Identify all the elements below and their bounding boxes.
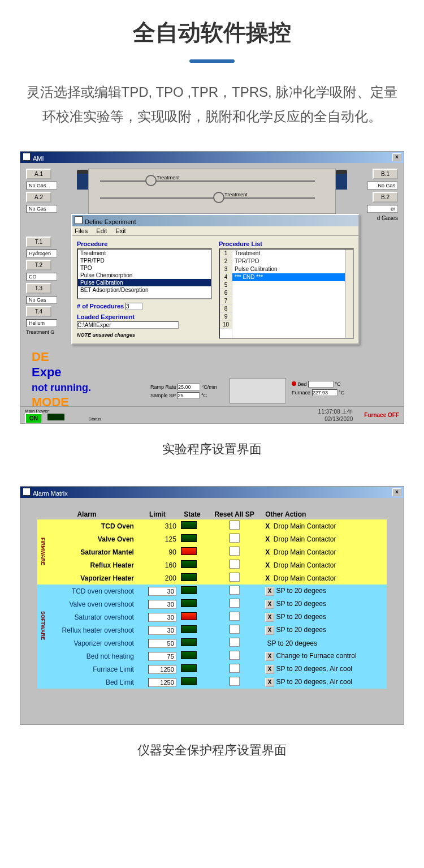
menu-files[interactable]: Files (75, 227, 88, 234)
proc-item[interactable]: TPO (78, 264, 211, 272)
gas-t4-button[interactable]: T.4 (26, 306, 51, 317)
alarm-limit-input[interactable] (148, 626, 176, 635)
reset-checkbox[interactable] (230, 599, 240, 608)
action-x-button[interactable]: X (265, 587, 274, 596)
software-alarm-row: Bed not heating X Change to Furnace cont… (37, 650, 387, 663)
gas-a2-button[interactable]: A.2 (26, 192, 51, 203)
reset-checkbox[interactable] (230, 664, 240, 673)
action-x-button[interactable]: X (265, 652, 274, 661)
proclist-item[interactable]: Treatment (232, 250, 345, 257)
proc-item[interactable]: Treatment (78, 250, 211, 257)
alarm-limit: 200 (136, 571, 179, 585)
loaded-exp-input[interactable] (77, 321, 179, 329)
row-num[interactable]: 5 (220, 281, 232, 289)
firmware-alarm-row: Vaporizer Heater 200 X Drop Main Contact… (37, 571, 387, 585)
reset-checkbox[interactable] (230, 560, 240, 569)
state-led-icon (181, 547, 197, 555)
valve-icon[interactable] (213, 192, 224, 203)
procedure-list-box[interactable]: 12345678910 Treatment TPR/TPO Pulse Cali… (219, 248, 354, 339)
page-description: 灵活选择或编辑TPD, TPO ,TPR，TPRS, 脉冲化学吸附、定量环校准实… (0, 80, 424, 128)
row-num[interactable]: 7 (220, 297, 232, 305)
alarm-limit-input[interactable] (148, 678, 176, 687)
reset-checkbox[interactable] (230, 677, 240, 686)
action-x-button[interactable]: X (265, 678, 274, 687)
gas-t1-value[interactable]: Hydrogen (26, 250, 57, 257)
left-gas-panel: A.1 No Gas A.2 No Gas (26, 169, 57, 215)
proc-item[interactable]: Pulse Chemisorption (78, 272, 211, 279)
reset-checkbox[interactable] (230, 612, 240, 621)
valve-icon[interactable] (145, 175, 157, 186)
gas-t4-value[interactable]: Helium (26, 319, 57, 327)
gas-b2-value[interactable]: er (367, 205, 398, 213)
gas-a1-value[interactable]: No Gas (26, 182, 57, 190)
alarm-titlebar: Alarm Matrix × (20, 487, 404, 498)
alarm-limit-input[interactable] (148, 600, 176, 609)
reset-checkbox[interactable] (230, 651, 240, 660)
alarm-action: X SP to 20 degees (263, 585, 387, 598)
gas-t3-button[interactable]: T.3 (26, 283, 51, 294)
num-procedures-input[interactable] (126, 303, 142, 310)
bed-temp-value (308, 381, 334, 388)
reset-checkbox[interactable] (230, 586, 240, 595)
gas-a2-value[interactable]: No Gas (26, 205, 57, 213)
alarm-limit-input[interactable] (148, 665, 176, 674)
proc-item-selected[interactable]: Pulse Calibration (78, 279, 211, 286)
gas-t2-value[interactable]: CO (26, 273, 57, 281)
gas-b2-button[interactable]: B.2 (373, 192, 398, 203)
reset-checkbox[interactable] (230, 547, 240, 556)
scrollbar[interactable] (345, 250, 353, 338)
alarm-limit-input[interactable] (148, 587, 176, 596)
row-num[interactable]: 1 (220, 250, 232, 257)
proc-item[interactable]: TPR/TPD (78, 257, 211, 264)
menu-exit[interactable]: Exit (115, 227, 126, 234)
status-time: 11:37:08 上午 (318, 408, 353, 416)
gas-t3-value[interactable]: No Gas (26, 296, 57, 304)
proclist-item[interactable]: TPR/TPO (232, 257, 345, 265)
proclist-item-end[interactable]: *** END *** (232, 273, 345, 281)
furnace-off-indicator: Furnace OFF (364, 412, 399, 418)
firmware-alarm-row: TCD Oven 310 X Drop Main Contactor (37, 519, 387, 532)
row-num[interactable]: 10 (220, 321, 232, 329)
ami-titlebar: AMI × (20, 152, 404, 163)
row-num[interactable]: 9 (220, 313, 232, 321)
reset-checkbox[interactable] (230, 625, 240, 634)
sample-sp-input[interactable] (177, 392, 200, 399)
close-button[interactable]: × (392, 153, 401, 161)
header-state: State (179, 509, 206, 519)
alarm-state (179, 611, 206, 624)
ramp-rate-input[interactable] (178, 384, 200, 390)
pipe-label-2: Treatment (224, 192, 248, 197)
alarm-limit-input[interactable] (148, 652, 176, 661)
close-button[interactable]: × (392, 488, 401, 496)
proc-item[interactable]: BET Adsorption/Desorption (78, 286, 211, 294)
menu-edit[interactable]: Edit (96, 227, 107, 234)
reset-checkbox[interactable] (230, 521, 240, 530)
row-num[interactable]: 3 (220, 265, 232, 273)
proclist-item[interactable]: Pulse Calibration (232, 265, 345, 273)
alarm-table: Alarm Limit State Reset All SP Other Act… (37, 509, 387, 689)
proclist-item[interactable] (232, 281, 345, 283)
gas-b1-value[interactable]: No Gas (367, 182, 398, 190)
gas-t1-button[interactable]: T.1 (26, 237, 51, 247)
row-num[interactable]: 4 (220, 273, 232, 281)
gas-a1-button[interactable]: A.1 (26, 169, 51, 179)
action-x-button[interactable]: X (265, 626, 274, 635)
power-on-button[interactable]: ON (25, 413, 42, 424)
reset-checkbox[interactable] (230, 573, 240, 582)
action-x-button[interactable]: X (265, 600, 274, 609)
alarm-state (179, 637, 206, 650)
action-x-button[interactable]: X (265, 613, 274, 622)
alarm-limit-input[interactable] (148, 613, 176, 622)
action-x-button[interactable]: X (265, 665, 274, 674)
reset-checkbox[interactable] (230, 638, 240, 647)
gas-t2-button[interactable]: T.2 (26, 260, 51, 270)
treatment-label: Treatment G (26, 329, 57, 335)
reset-checkbox[interactable] (230, 534, 240, 543)
alarm-limit-input[interactable] (148, 639, 176, 648)
row-num[interactable]: 8 (220, 305, 232, 313)
row-num[interactable]: 6 (220, 289, 232, 297)
procedure-listbox[interactable]: Treatment TPR/TPD TPO Pulse Chemisorptio… (77, 248, 212, 299)
row-num[interactable]: 2 (220, 257, 232, 265)
gas-b1-button[interactable]: B.1 (373, 169, 398, 179)
alarm-action: X SP to 20 degees (263, 611, 387, 624)
